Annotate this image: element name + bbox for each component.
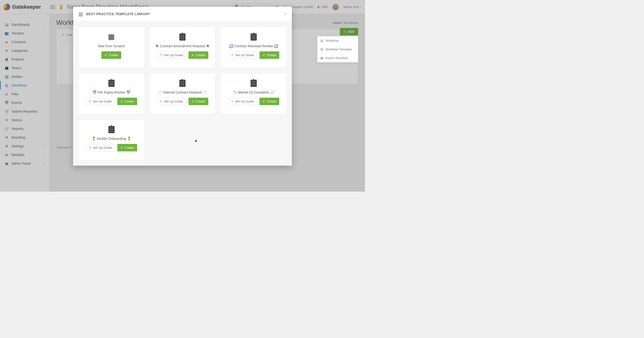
check-icon xyxy=(104,53,107,57)
create-label: Create xyxy=(267,100,276,103)
template-title: 📅 File Expiry Review 📅 xyxy=(92,90,130,94)
create-label: Create xyxy=(124,146,134,150)
menu-item-label: Import Workflow xyxy=(326,56,348,60)
create-button[interactable]: Create xyxy=(188,51,208,59)
setup-guide-label: Set Up Guide xyxy=(93,146,112,150)
check-icon xyxy=(120,146,123,150)
menu-item-icon: ▥ xyxy=(320,47,323,51)
create-button[interactable]: Create xyxy=(117,144,137,151)
create-button[interactable]: Create xyxy=(260,51,279,59)
setup-guide-label: Set Up Guide xyxy=(164,100,183,103)
clipboard-icon xyxy=(249,32,258,41)
setup-guide-button[interactable]: Set Up Guide xyxy=(157,98,186,105)
create-label: Create xyxy=(267,53,276,57)
clipboard-icon xyxy=(178,32,187,41)
edit-icon xyxy=(231,53,234,57)
clipboard-icon xyxy=(107,79,116,87)
template-actions: Create xyxy=(102,51,121,59)
template-card: 🛠 Contract Amendment Request 🛠Set Up Gui… xyxy=(150,27,216,68)
edit-icon xyxy=(89,146,92,150)
cursor-icon: ➤ xyxy=(194,139,198,143)
modal-title: BEST PRACTICE TEMPLATE LIBRARY xyxy=(86,12,150,16)
edit-icon xyxy=(160,100,162,103)
template-actions: Set Up GuideCreate xyxy=(86,144,137,151)
setup-guide-label: Set Up Guide xyxy=(164,53,183,57)
add-menu-item-workflow-template[interactable]: ▥Workflow Template xyxy=(318,45,358,54)
columns-icon xyxy=(78,11,83,17)
template-library-modal: BEST PRACTICE TEMPLATE LIBRARY × New fro… xyxy=(73,7,292,166)
template-card: 📄 Internal Contract Request 📄Set Up Guid… xyxy=(150,73,216,114)
edit-icon xyxy=(231,100,234,103)
close-icon[interactable]: × xyxy=(284,11,286,17)
template-title: 🏅 Vendor Onboarding 🏅 xyxy=(92,137,131,141)
create-label: Create xyxy=(196,100,205,103)
template-card: 📅 File Expiry Review 📅Set Up GuideCreate xyxy=(78,73,144,114)
template-actions: Set Up GuideCreate xyxy=(228,98,279,105)
edit-icon xyxy=(89,100,92,103)
clipboard-icon xyxy=(178,79,187,87)
add-dropdown: ▥Workflow▥Workflow Template▦Import Workf… xyxy=(317,36,358,62)
template-title: 📄 Internal Contract Request 📄 xyxy=(158,90,206,94)
menu-item-label: Workflow Template xyxy=(326,47,352,51)
setup-guide-label: Set Up Guide xyxy=(235,53,254,57)
create-button[interactable]: Create xyxy=(188,98,208,105)
setup-guide-label: Set Up Guide xyxy=(93,100,112,103)
create-label: Create xyxy=(108,53,118,57)
setup-guide-label: Set Up Guide xyxy=(235,100,254,103)
setup-guide-button[interactable]: Set Up Guide xyxy=(228,98,257,105)
template-grid: New from ScratchCreate🛠 Contract Amendme… xyxy=(78,27,286,160)
check-icon xyxy=(120,100,123,103)
check-icon xyxy=(192,53,194,57)
clipboard-icon xyxy=(107,125,116,133)
create-label: Create xyxy=(196,53,205,57)
template-actions: Set Up GuideCreate xyxy=(157,51,208,59)
template-card: 📉 Market IQ Escalation 📈Set Up GuideCrea… xyxy=(220,73,286,114)
check-icon xyxy=(192,100,194,103)
setup-guide-button[interactable]: Set Up Guide xyxy=(86,98,115,105)
create-button[interactable]: Create xyxy=(117,98,137,105)
menu-item-label: Workflow xyxy=(326,39,338,42)
setup-guide-button[interactable]: Set Up Guide xyxy=(86,144,115,151)
template-title: 🔄 Contract Renewal Review 🔄 xyxy=(229,44,278,48)
check-icon xyxy=(262,100,265,103)
template-card: 🏅 Vendor Onboarding 🏅Set Up GuideCreate xyxy=(78,119,144,160)
modal-header: BEST PRACTICE TEMPLATE LIBRARY × xyxy=(73,7,292,21)
add-menu-item-workflow[interactable]: ▥Workflow xyxy=(318,36,358,45)
menu-item-icon: ▦ xyxy=(320,56,323,60)
template-actions: Set Up GuideCreate xyxy=(228,51,279,59)
template-actions: Set Up GuideCreate xyxy=(86,98,137,105)
grid-icon xyxy=(108,32,115,41)
setup-guide-button[interactable]: Set Up Guide xyxy=(228,51,257,59)
template-title: New from Scratch xyxy=(98,44,125,48)
template-card: New from ScratchCreate xyxy=(78,27,144,68)
add-menu-item-import-workflow[interactable]: ▦Import Workflow xyxy=(318,54,358,62)
create-button[interactable]: Create xyxy=(102,51,121,59)
check-icon xyxy=(262,53,265,57)
create-label: Create xyxy=(124,100,134,103)
template-title: 🛠 Contract Amendment Request 🛠 xyxy=(156,44,209,48)
create-button[interactable]: Create xyxy=(260,98,279,105)
edit-icon xyxy=(160,53,162,57)
clipboard-icon xyxy=(249,79,258,87)
template-actions: Set Up GuideCreate xyxy=(157,98,208,105)
template-card: 🔄 Contract Renewal Review 🔄Set Up GuideC… xyxy=(220,27,286,68)
template-title: 📉 Market IQ Escalation 📈 xyxy=(233,90,274,94)
setup-guide-button[interactable]: Set Up Guide xyxy=(157,51,186,59)
menu-item-icon: ▥ xyxy=(320,39,323,42)
